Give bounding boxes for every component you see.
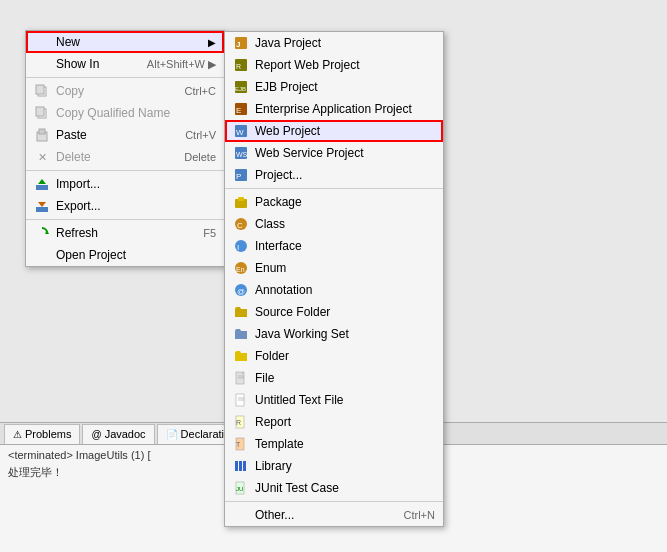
menu-item-copy-qualified[interactable]: Copy Qualified Name bbox=[26, 102, 224, 124]
menu-item-export-label: Export... bbox=[56, 199, 216, 213]
submenu-item-source-folder[interactable]: Source Folder bbox=[225, 301, 443, 323]
svg-text:R: R bbox=[236, 63, 241, 70]
enterprise-app-label: Enterprise Application Project bbox=[255, 102, 435, 116]
menu-item-show-in-label: Show In bbox=[56, 57, 127, 71]
svg-rect-15 bbox=[238, 197, 244, 201]
submenu-item-web-project[interactable]: W Web Project bbox=[225, 120, 443, 142]
menu-item-refresh-label: Refresh bbox=[56, 226, 183, 240]
submenu-item-library[interactable]: Library bbox=[225, 455, 443, 477]
context-menu: New ▶ J Java Project R Report Web Projec… bbox=[25, 30, 225, 267]
export-icon bbox=[34, 198, 50, 214]
import-icon bbox=[34, 176, 50, 192]
svg-rect-40 bbox=[36, 85, 44, 94]
menu-item-import[interactable]: Import... bbox=[26, 173, 224, 195]
report-icon: R bbox=[233, 414, 249, 430]
enterprise-app-icon: E bbox=[233, 101, 249, 117]
submenu-item-template[interactable]: T Template bbox=[225, 433, 443, 455]
report-label: Report bbox=[255, 415, 435, 429]
svg-text:@: @ bbox=[237, 287, 245, 296]
web-project-label: Web Project bbox=[255, 124, 435, 138]
svg-text:JU: JU bbox=[236, 486, 243, 492]
library-label: Library bbox=[255, 459, 435, 473]
submenu-item-interface[interactable]: I Interface bbox=[225, 235, 443, 257]
menu-item-copy-label: Copy bbox=[56, 84, 165, 98]
annotation-icon: @ bbox=[233, 282, 249, 298]
tab-javadoc[interactable]: @ Javadoc bbox=[82, 424, 154, 444]
svg-rect-44 bbox=[39, 129, 45, 134]
svg-rect-36 bbox=[243, 461, 246, 471]
menu-item-show-in[interactable]: Show In Alt+Shift+W ▶ bbox=[26, 53, 224, 75]
submenu-item-other[interactable]: Other... Ctrl+N bbox=[225, 504, 443, 526]
ejb-project-label: EJB Project bbox=[255, 80, 435, 94]
menu-item-copy[interactable]: Copy Ctrl+C bbox=[26, 80, 224, 102]
problems-icon: ⚠ bbox=[13, 429, 22, 440]
submenu-item-enterprise-app-project[interactable]: E Enterprise Application Project bbox=[225, 98, 443, 120]
submenu: J Java Project R Report Web Project EJB … bbox=[224, 31, 444, 527]
svg-rect-35 bbox=[239, 461, 242, 471]
svg-text:R: R bbox=[236, 419, 241, 426]
other-label: Other... bbox=[255, 508, 384, 522]
ide-background: ⚠ Problems @ Javadoc 📄 Declaration <term… bbox=[0, 0, 667, 552]
junit-test-case-icon: JU bbox=[233, 480, 249, 496]
java-project-icon: J bbox=[233, 35, 249, 51]
submenu-item-report[interactable]: R Report bbox=[225, 411, 443, 433]
menu-item-new[interactable]: New ▶ J Java Project R Report Web Projec… bbox=[26, 31, 224, 53]
interface-label: Interface bbox=[255, 239, 435, 253]
annotation-label: Annotation bbox=[255, 283, 435, 297]
ejb-project-icon: EJB bbox=[233, 79, 249, 95]
submenu-item-package[interactable]: Package bbox=[225, 191, 443, 213]
separator-3 bbox=[26, 219, 224, 220]
submenu-item-web-service-project[interactable]: WS Web Service Project bbox=[225, 142, 443, 164]
project-label: Project... bbox=[255, 168, 435, 182]
svg-text:P: P bbox=[236, 172, 241, 181]
tab-problems-label: Problems bbox=[25, 428, 71, 440]
menu-item-open-project[interactable]: Open Project bbox=[26, 244, 224, 266]
submenu-item-enum[interactable]: En Enum bbox=[225, 257, 443, 279]
new-arrow-icon: ▶ bbox=[208, 37, 216, 48]
submenu-item-folder[interactable]: Folder bbox=[225, 345, 443, 367]
web-service-project-label: Web Service Project bbox=[255, 146, 435, 160]
tab-problems[interactable]: ⚠ Problems bbox=[4, 424, 80, 444]
report-web-project-icon: R bbox=[233, 57, 249, 73]
menu-item-refresh[interactable]: Refresh F5 bbox=[26, 222, 224, 244]
submenu-item-java-working-set[interactable]: Java Working Set bbox=[225, 323, 443, 345]
menu-item-copy-qualified-label: Copy Qualified Name bbox=[56, 106, 216, 120]
menu-item-export[interactable]: Export... bbox=[26, 195, 224, 217]
svg-text:C: C bbox=[237, 221, 243, 230]
submenu-item-file[interactable]: File bbox=[225, 367, 443, 389]
menu-item-paste[interactable]: Paste Ctrl+V bbox=[26, 124, 224, 146]
class-icon: C bbox=[233, 216, 249, 232]
report-web-project-label: Report Web Project bbox=[255, 58, 435, 72]
submenu-separator-2 bbox=[225, 501, 443, 502]
untitled-text-file-label: Untitled Text File bbox=[255, 393, 435, 407]
package-label: Package bbox=[255, 195, 435, 209]
show-in-shortcut: Alt+Shift+W ▶ bbox=[147, 58, 216, 71]
submenu-item-java-project[interactable]: J Java Project bbox=[225, 32, 443, 54]
submenu-item-report-web-project[interactable]: R Report Web Project bbox=[225, 54, 443, 76]
submenu-item-annotation[interactable]: @ Annotation bbox=[225, 279, 443, 301]
svg-text:WS: WS bbox=[236, 151, 248, 158]
submenu-item-junit-test-case[interactable]: JU JUnit Test Case bbox=[225, 477, 443, 499]
submenu-item-ejb-project[interactable]: EJB EJB Project bbox=[225, 76, 443, 98]
submenu-item-untitled-text-file[interactable]: Untitled Text File bbox=[225, 389, 443, 411]
new-icon bbox=[34, 34, 50, 50]
delete-shortcut: Delete bbox=[184, 151, 216, 163]
library-icon bbox=[233, 458, 249, 474]
svg-rect-47 bbox=[36, 207, 48, 212]
menu-item-delete-label: Delete bbox=[56, 150, 164, 164]
template-icon: T bbox=[233, 436, 249, 452]
submenu-item-class[interactable]: C Class bbox=[225, 213, 443, 235]
java-project-label: Java Project bbox=[255, 36, 435, 50]
class-label: Class bbox=[255, 217, 435, 231]
separator-1 bbox=[26, 77, 224, 78]
submenu-item-project[interactable]: P Project... bbox=[225, 164, 443, 186]
show-in-icon bbox=[34, 56, 50, 72]
svg-text:En: En bbox=[236, 266, 245, 273]
junit-test-case-label: JUnit Test Case bbox=[255, 481, 435, 495]
menu-item-delete[interactable]: ✕ Delete Delete bbox=[26, 146, 224, 168]
folder-icon bbox=[233, 348, 249, 364]
copy-qualified-icon bbox=[34, 105, 50, 121]
other-shortcut: Ctrl+N bbox=[404, 509, 435, 521]
tab-javadoc-label: Javadoc bbox=[105, 428, 146, 440]
svg-rect-45 bbox=[36, 185, 48, 190]
